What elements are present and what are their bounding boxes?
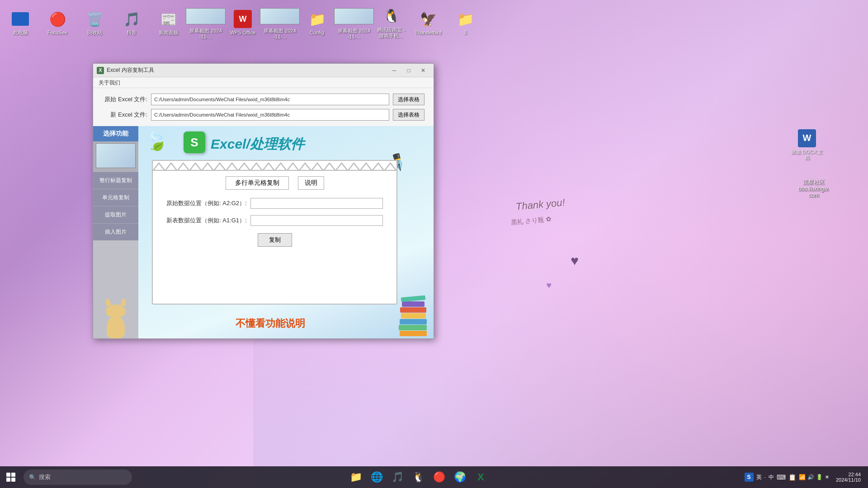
- wps-docx-icon: W: [798, 129, 816, 147]
- news-label: 新闻面板: [159, 30, 179, 36]
- screenshot2-thumb: [260, 8, 300, 24]
- focussee-label: FocuSee: [47, 30, 67, 36]
- copy-button[interactable]: 复制: [258, 233, 292, 247]
- ime-icon-s[interactable]: S: [745, 473, 754, 482]
- zigzag-border: [153, 161, 396, 171]
- news-icon: 📰: [160, 10, 178, 28]
- taskbar-icon-red[interactable]: 🔴: [429, 467, 449, 487]
- taskbar-icon-tiktok-tb[interactable]: 🎵: [387, 467, 407, 487]
- original-pos-label: 原始数据位置（例如: A2:G2）:: [166, 199, 247, 207]
- sidebar-item-insert-img[interactable]: 插入图片: [93, 223, 138, 240]
- desktop-icon-tiktok[interactable]: 🎵 抖音: [113, 5, 150, 42]
- original-file-row: 原始 Excel 文件: 选择表格: [102, 94, 425, 105]
- desktop-icon-news[interactable]: 📰 新闻面板: [151, 5, 187, 42]
- cat-mascot-area: [93, 240, 138, 338]
- sidebar-header[interactable]: 选择功能: [93, 126, 138, 141]
- taskbar-clock[interactable]: 22:44 2024/11/10: [832, 472, 864, 483]
- start-button[interactable]: [0, 466, 22, 488]
- taskbar-icon-browser[interactable]: 🌍: [450, 467, 470, 487]
- screenshot1-thumb: [186, 8, 226, 24]
- tab-multi-cell-copy[interactable]: 多行单元格复制: [226, 176, 289, 190]
- new-pos-row: 新表数据位置（例如: A1:G1）:: [166, 215, 383, 226]
- tencent-icon: 🐧: [382, 7, 400, 25]
- desktop-icon-community[interactable]: 流星社区bbs.liuxingw.com: [787, 170, 841, 207]
- sidebar-item-extract-img[interactable]: 提取图片: [93, 206, 138, 223]
- recycle-label: 回收站: [87, 30, 102, 36]
- sidebar-thumb-1-label: [95, 169, 137, 171]
- screenshot3-label: 屏幕截图 2024-11-...: [338, 28, 370, 40]
- clipboard-icon[interactable]: 📋: [788, 474, 796, 481]
- taskbar-icon-excel[interactable]: X: [471, 467, 491, 487]
- desktop-icon-screenshot3[interactable]: 屏幕截图 2024-11-...: [336, 5, 372, 42]
- focussee-icon: 🔴: [48, 10, 66, 28]
- books-container: [397, 296, 429, 336]
- taskbar-tray: S 英 · 中 ⌨ 📋 📶 🔊 🔋 ☀ 22:44 2024/11/10: [741, 472, 868, 483]
- recycle-icon: 🗑️: [85, 10, 104, 28]
- new-pos-input[interactable]: [250, 215, 383, 226]
- sidebar-item-title-copy[interactable]: 整行标题复制: [93, 172, 138, 189]
- windows-logo-icon: [6, 473, 15, 482]
- select-table-btn-1[interactable]: 选择表格: [393, 94, 425, 105]
- taskbar-icon-qq[interactable]: 🐧: [408, 467, 428, 487]
- heart-deco: ♥: [571, 253, 579, 268]
- original-pos-input[interactable]: [250, 198, 383, 209]
- minimize-button[interactable]: ─: [387, 66, 401, 75]
- select-table-btn-2[interactable]: 选择表格: [393, 109, 425, 121]
- window-titlebar: X Excel 内容复制工具 ─ □ ✕: [93, 64, 434, 77]
- bottom-text-area: 不懂看功能说明: [152, 317, 388, 330]
- desktop-icons-right: W 旅途 DOCX 文稿 流星社区bbs.liuxingw.com: [787, 127, 841, 207]
- config-label: Config: [310, 30, 324, 36]
- desktop-icon-tencent[interactable]: 🐧 腾讯应用宝 - 游戏手机...: [373, 5, 409, 42]
- desktop-icon-focussee[interactable]: 🔴 FocuSee: [39, 5, 75, 42]
- clock-time: 22:44: [848, 472, 861, 477]
- sidebar: 选择功能 整行标题复制 单元格复制 提取图片 插入图片: [93, 126, 138, 338]
- desktop-icon-screenshot2[interactable]: 屏幕截图 2024-11-...: [262, 5, 298, 42]
- app-window: X Excel 内容复制工具 ─ □ ✕ 关于我们 原始 Excel 文件: 选…: [93, 63, 434, 339]
- screenshot3-thumb: [334, 8, 374, 24]
- tiktok-label: 抖音: [127, 30, 137, 36]
- taskbar-center-icons: 📁 🌐 🎵 🐧 🔴 🌍 X: [346, 467, 491, 487]
- sidebar-item-cell-copy[interactable]: 单元格复制: [93, 189, 138, 206]
- tab-explain[interactable]: 说明: [298, 176, 324, 190]
- wps-label: WPS Office: [230, 30, 256, 36]
- new-file-path[interactable]: [151, 109, 389, 121]
- tiktok-icon: 🎵: [123, 10, 141, 28]
- tencent-label: 腾讯应用宝 - 游戏手机...: [375, 27, 407, 39]
- keyboard-icon[interactable]: ⌨: [777, 474, 786, 481]
- taskbar-icon-files[interactable]: 📁: [346, 467, 366, 487]
- taskbar-search[interactable]: 🔍 搜索: [24, 469, 132, 485]
- wps-docx-label: 旅途 DOCX 文稿: [791, 149, 823, 161]
- desktop-icon-recycle[interactable]: 🗑️ 回收站: [76, 5, 113, 42]
- bottom-text: 不懂看功能说明: [152, 317, 388, 330]
- screenshot1-label: 屏幕截图 2024-11-...: [189, 28, 222, 40]
- ime-lang[interactable]: 英: [756, 474, 762, 481]
- ime-input[interactable]: 中: [769, 474, 774, 481]
- taskbar-icon-edge[interactable]: 🌐: [367, 467, 387, 487]
- desktop-icon-thunderbird[interactable]: 🦅 Thunderbird: [410, 5, 446, 42]
- close-button[interactable]: ✕: [416, 66, 430, 75]
- community-label: 流星社区bbs.liuxingw.com: [797, 179, 830, 198]
- books-stack: [397, 296, 429, 336]
- desktop-icon-screenshot1[interactable]: 屏幕截图 2024-11-...: [188, 5, 224, 42]
- desktop-icon-computer[interactable]: 此电脑: [2, 5, 38, 42]
- volume-icon[interactable]: 🔊: [807, 474, 814, 480]
- original-file-label: 原始 Excel 文件:: [102, 95, 147, 103]
- search-placeholder: 搜索: [39, 473, 51, 481]
- desktop-icon-wps-docx[interactable]: W 旅途 DOCX 文稿: [787, 127, 827, 164]
- brightness-icon[interactable]: ☀: [825, 474, 830, 480]
- wifi-icon[interactable]: 📶: [799, 474, 806, 480]
- maximize-button[interactable]: □: [402, 66, 415, 75]
- sys-tray-icons: 📶 🔊 🔋 ☀: [799, 474, 830, 480]
- battery-icon[interactable]: 🔋: [816, 474, 823, 480]
- banner-title: Excel/处理软件: [211, 135, 304, 154]
- desktop-icon-wps[interactable]: W WPS Office: [225, 5, 261, 42]
- ime-dot[interactable]: ·: [764, 474, 766, 480]
- about-menu[interactable]: 关于我们: [97, 79, 122, 87]
- thunderbird-label: Thunderbird: [415, 30, 441, 36]
- folder3-icon: 📁: [456, 10, 474, 28]
- original-file-path[interactable]: [151, 94, 389, 105]
- desktop-icon-config[interactable]: 📁 Config: [299, 5, 335, 42]
- taskbar: 🔍 搜索 📁 🌐 🎵 🐧 🔴 🌍 X S 英 · 中 ⌨ 📋 📶 🔊 🔋 ☀ 2…: [0, 466, 868, 488]
- desktop-icon-folder3[interactable]: 📁 3: [447, 5, 483, 42]
- computer-label: 此电脑: [13, 30, 28, 36]
